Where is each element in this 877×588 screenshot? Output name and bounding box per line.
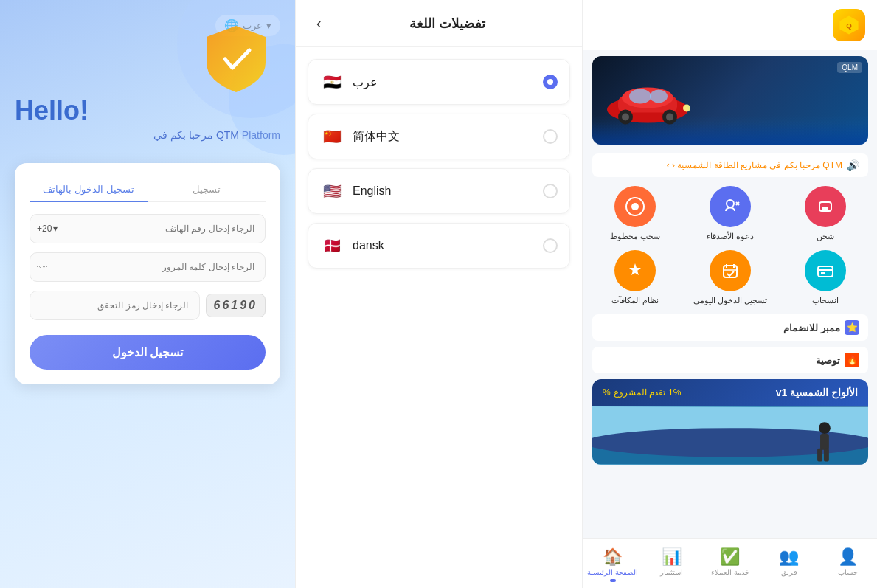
svg-rect-30	[820, 434, 829, 450]
action-icon-invite	[710, 186, 751, 227]
account-nav-icon: 👤	[838, 547, 858, 567]
radio-danish	[543, 238, 558, 253]
project-card[interactable]: الألواح الشمسية v1 1% تقدم المشروع %	[592, 379, 868, 465]
marquee-text: QTM مرحبا بكم في مشاريع الطاقة الشمسية ‹…	[667, 160, 842, 170]
tab-row: تسجيل الدخول بالهاتف تسجيل	[30, 178, 266, 202]
password-input[interactable]	[30, 252, 266, 282]
action-icon-recharge	[805, 186, 846, 227]
svg-point-5	[629, 89, 651, 104]
project-progress-label: تقدم المشروع	[614, 387, 665, 398]
project-progress-value: 1%	[668, 387, 681, 398]
svg-point-10	[666, 114, 673, 121]
tab-register[interactable]: تسجيل	[148, 178, 266, 201]
nav-label-home: الصفحة الرئيسية	[587, 568, 638, 576]
lang-item-chinese[interactable]: 🇨🇳 简体中文	[308, 114, 570, 159]
captcha-input-group: 66190	[30, 291, 266, 320]
recommend-badge-icon: 🔥	[845, 353, 859, 367]
project-image	[592, 406, 868, 465]
svg-point-13	[631, 203, 639, 210]
marquee-bar: 🔊 QTM مرحبا بكم في مشاريع الطاقة الشمسية…	[592, 153, 868, 177]
member-badge-text: ممبر للانضمام	[783, 322, 840, 333]
back-button[interactable]: ‹	[311, 12, 327, 35]
lang-item-left-english: 🇺🇸 English	[320, 179, 391, 203]
action-label-invite: دعوة الأصدقاء	[707, 232, 754, 241]
percent-icon: %	[603, 387, 611, 398]
nav-item-home[interactable]: 🏠 الصفحة الرئيسية	[583, 544, 642, 585]
login-button[interactable]: تسجيل الدخول	[30, 335, 266, 370]
bottom-navigation: 🏠 الصفحة الرئيسية 📊 استثمار ✅ خدمة العمل…	[583, 538, 877, 588]
svg-point-11	[683, 105, 690, 112]
app-panel: Q	[583, 0, 877, 588]
svg-rect-17	[822, 201, 824, 203]
app-header: Q	[583, 0, 877, 50]
nav-item-team[interactable]: 👥 فريق	[760, 544, 819, 585]
recommend-badge-text: توصية	[816, 355, 840, 366]
nav-label-service: خدمة العملاء	[711, 568, 749, 576]
phone-prefix: +20 ▾	[37, 224, 58, 234]
banner-label: QLM	[837, 62, 862, 73]
app-logo: Q	[833, 9, 865, 41]
action-checkin[interactable]: تسجيل الدخول اليومى	[687, 250, 774, 305]
captcha-image[interactable]: 66190	[206, 294, 266, 317]
phone-input-group: +20 ▾	[30, 214, 266, 243]
team-nav-icon: 👥	[779, 547, 799, 567]
action-label-recharge: شحن	[817, 232, 834, 241]
lang-name-chinese: 简体中文	[353, 129, 400, 145]
lang-item-left-chinese: 🇨🇳 简体中文	[320, 125, 400, 148]
svg-point-29	[819, 422, 831, 434]
member-badge-icon: ⭐	[845, 320, 859, 335]
nav-item-service[interactable]: ✅ خدمة العملاء	[701, 544, 760, 585]
action-icon-rewards	[614, 250, 656, 291]
action-rewards[interactable]: نظام المكافآت	[592, 250, 679, 305]
svg-text:Q: Q	[846, 21, 852, 30]
action-icon-withdraw2	[805, 250, 846, 291]
captcha-input[interactable]	[30, 291, 200, 320]
recommend-badge: 🔥 توصية	[592, 347, 868, 373]
action-label-withdraw2: انسحاب	[812, 296, 839, 305]
sound-icon: 🔊	[847, 159, 859, 171]
banner-image: QLM	[592, 56, 868, 145]
svg-point-8	[622, 114, 629, 121]
action-recharge[interactable]: شحن	[782, 186, 868, 241]
language-panel-header: ‹ تفضيلات اللغة	[296, 0, 582, 47]
svg-rect-31	[817, 449, 822, 462]
lang-item-left-danish: 🇩🇰 dansk	[320, 234, 384, 257]
nav-label-invest: استثمار	[660, 568, 683, 576]
nav-item-invest[interactable]: 📊 استثمار	[642, 544, 701, 585]
flag-chinese: 🇨🇳	[320, 125, 344, 148]
action-label-rewards: نظام المكافآت	[611, 296, 659, 305]
action-icon-withdraw	[614, 186, 656, 227]
project-header: الألواح الشمسية v1 1% تقدم المشروع %	[592, 379, 868, 406]
lang-item-danish[interactable]: 🇩🇰 dansk	[308, 223, 570, 269]
language-panel-title: تفضيلات اللغة	[327, 15, 567, 32]
action-withdraw2[interactable]: انسحاب	[782, 250, 868, 305]
action-grid: سحب محظوظ دعوة الأصدقاء شحن نظام المكافآ	[592, 186, 868, 305]
language-selector-panel: ‹ تفضيلات اللغة 🇪🇬 عرب 🇨🇳 简体中文 🇺🇸	[295, 0, 583, 588]
lang-item-english[interactable]: 🇺🇸 English	[308, 168, 570, 214]
svg-rect-23	[818, 266, 833, 277]
lang-name-english: English	[353, 184, 391, 198]
svg-point-14	[727, 200, 734, 207]
password-input-group: 〰	[30, 252, 266, 282]
svg-rect-18	[827, 201, 829, 203]
action-icon-checkin	[710, 250, 751, 291]
left-panel: 🌐 عرب ▾ Hello! QTM Platform مرحبا بكم في…	[0, 0, 295, 588]
phone-input[interactable]	[30, 214, 266, 243]
nav-item-account[interactable]: 👤 حساب	[818, 544, 877, 585]
eye-icon: 〰	[37, 261, 47, 273]
action-invite[interactable]: دعوة الأصدقاء	[687, 186, 774, 241]
invest-nav-icon: 📊	[662, 547, 682, 567]
project-progress: 1% تقدم المشروع %	[603, 387, 681, 398]
app-content: QLM 🔊 QTM مرحبا بكم في مشاريع الطاقة الش…	[583, 50, 877, 538]
radio-english	[543, 184, 558, 198]
tab-phone-login[interactable]: تسجيل الدخول بالهاتف	[30, 178, 148, 202]
svg-rect-16	[822, 207, 828, 210]
action-label-withdraw: سحب محظوظ	[610, 232, 660, 241]
lang-name-arabic: عرب	[353, 75, 378, 89]
language-list: 🇪🇬 عرب 🇨🇳 简体中文 🇺🇸 English	[296, 47, 582, 280]
action-withdraw[interactable]: سحب محظوظ	[592, 186, 679, 241]
lang-item-arabic[interactable]: 🇪🇬 عرب	[308, 59, 570, 105]
flag-danish: 🇩🇰	[320, 234, 344, 257]
radio-chinese	[543, 129, 558, 144]
radio-arabic	[543, 75, 558, 89]
